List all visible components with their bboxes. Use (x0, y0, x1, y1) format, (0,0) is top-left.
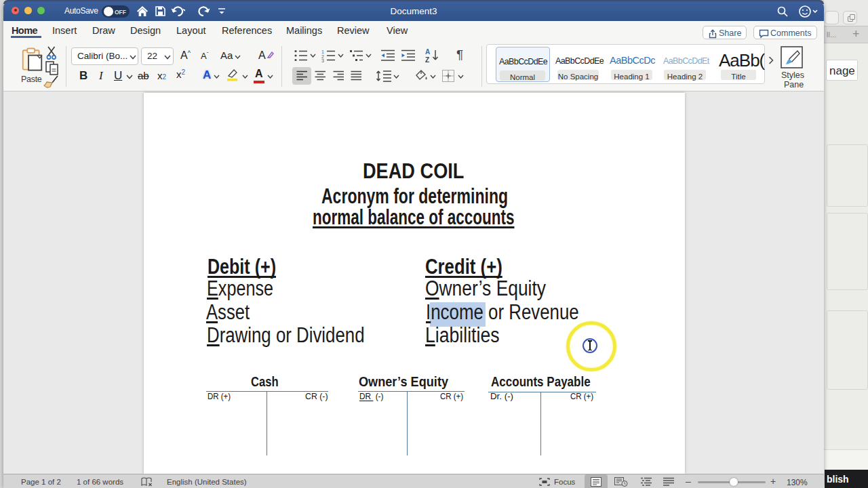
svg-text:1: 1 (321, 49, 324, 54)
svg-text:A: A (425, 48, 430, 56)
svg-text:3: 3 (321, 58, 324, 62)
svg-text:Z: Z (425, 56, 429, 63)
